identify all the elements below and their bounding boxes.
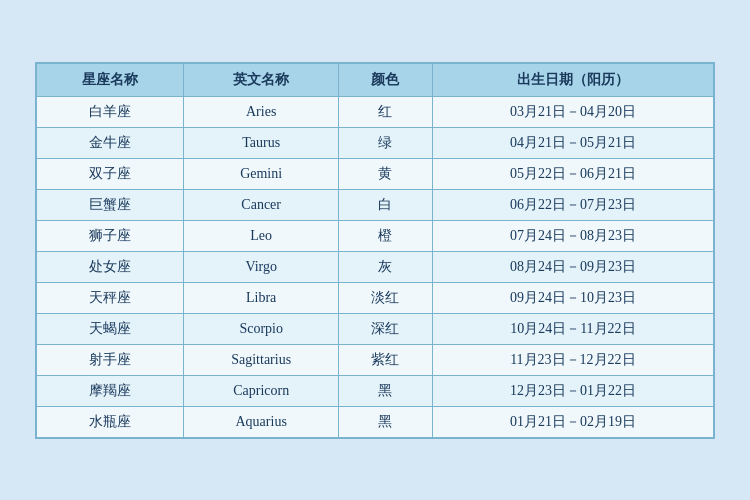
table-cell: 05月22日－06月21日 <box>432 158 713 189</box>
table-cell: 红 <box>339 96 433 127</box>
table-cell: 12月23日－01月22日 <box>432 375 713 406</box>
table-cell: Libra <box>184 282 339 313</box>
table-cell: 白羊座 <box>37 96 184 127</box>
table-cell: 07月24日－08月23日 <box>432 220 713 251</box>
table-cell: 03月21日－04月20日 <box>432 96 713 127</box>
table-cell: 天秤座 <box>37 282 184 313</box>
table-cell: Virgo <box>184 251 339 282</box>
table-row: 天蝎座Scorpio深红10月24日－11月22日 <box>37 313 714 344</box>
table-row: 金牛座Taurus绿04月21日－05月21日 <box>37 127 714 158</box>
table-cell: 黑 <box>339 406 433 437</box>
table-row: 狮子座Leo橙07月24日－08月23日 <box>37 220 714 251</box>
table-cell: 08月24日－09月23日 <box>432 251 713 282</box>
table-cell: 黑 <box>339 375 433 406</box>
table-cell: 09月24日－10月23日 <box>432 282 713 313</box>
table-cell: 紫红 <box>339 344 433 375</box>
table-row: 白羊座Aries红03月21日－04月20日 <box>37 96 714 127</box>
table-row: 天秤座Libra淡红09月24日－10月23日 <box>37 282 714 313</box>
table-row: 双子座Gemini黄05月22日－06月21日 <box>37 158 714 189</box>
table-cell: 双子座 <box>37 158 184 189</box>
table-cell: Cancer <box>184 189 339 220</box>
table-cell: Sagittarius <box>184 344 339 375</box>
table-cell: 天蝎座 <box>37 313 184 344</box>
table-cell: 摩羯座 <box>37 375 184 406</box>
zodiac-table: 星座名称 英文名称 颜色 出生日期（阳历） 白羊座Aries红03月21日－04… <box>36 63 714 438</box>
table-row: 摩羯座Capricorn黑12月23日－01月22日 <box>37 375 714 406</box>
table-cell: 狮子座 <box>37 220 184 251</box>
table-cell: Leo <box>184 220 339 251</box>
table-cell: Aquarius <box>184 406 339 437</box>
header-chinese-name: 星座名称 <box>37 63 184 96</box>
header-color: 颜色 <box>339 63 433 96</box>
table-row: 处女座Virgo灰08月24日－09月23日 <box>37 251 714 282</box>
table-cell: 水瓶座 <box>37 406 184 437</box>
table-header-row: 星座名称 英文名称 颜色 出生日期（阳历） <box>37 63 714 96</box>
table-cell: 10月24日－11月22日 <box>432 313 713 344</box>
table-cell: 白 <box>339 189 433 220</box>
header-birthday: 出生日期（阳历） <box>432 63 713 96</box>
table-cell: 11月23日－12月22日 <box>432 344 713 375</box>
table-cell: 01月21日－02月19日 <box>432 406 713 437</box>
table-cell: 04月21日－05月21日 <box>432 127 713 158</box>
table-cell: Taurus <box>184 127 339 158</box>
table-cell: 深红 <box>339 313 433 344</box>
table-cell: 黄 <box>339 158 433 189</box>
table-row: 巨蟹座Cancer白06月22日－07月23日 <box>37 189 714 220</box>
table-cell: Scorpio <box>184 313 339 344</box>
table-cell: 金牛座 <box>37 127 184 158</box>
table-cell: 绿 <box>339 127 433 158</box>
table-cell: 处女座 <box>37 251 184 282</box>
table-cell: Aries <box>184 96 339 127</box>
table-cell: 射手座 <box>37 344 184 375</box>
table-cell: 巨蟹座 <box>37 189 184 220</box>
zodiac-table-container: 星座名称 英文名称 颜色 出生日期（阳历） 白羊座Aries红03月21日－04… <box>35 62 715 439</box>
table-cell: 橙 <box>339 220 433 251</box>
table-cell: 灰 <box>339 251 433 282</box>
table-row: 水瓶座Aquarius黑01月21日－02月19日 <box>37 406 714 437</box>
table-cell: Gemini <box>184 158 339 189</box>
table-row: 射手座Sagittarius紫红11月23日－12月22日 <box>37 344 714 375</box>
table-cell: 淡红 <box>339 282 433 313</box>
table-cell: 06月22日－07月23日 <box>432 189 713 220</box>
table-cell: Capricorn <box>184 375 339 406</box>
header-english-name: 英文名称 <box>184 63 339 96</box>
